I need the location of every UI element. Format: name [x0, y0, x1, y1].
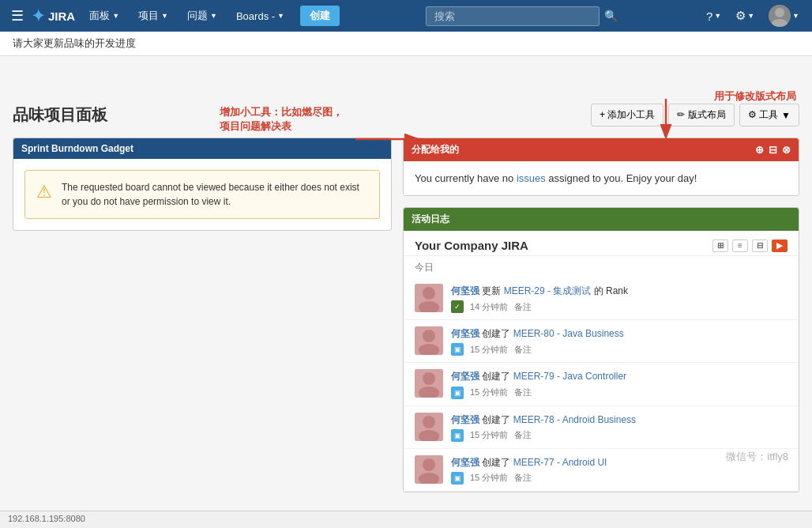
user-avatar-button[interactable]: ▼	[762, 0, 806, 32]
activity-date: 今日	[404, 256, 799, 277]
help-button[interactable]: ? ▼	[700, 0, 727, 32]
left-column: Sprint Burndown Gadget ⚠ The requested b…	[13, 138, 392, 503]
avatar	[415, 455, 443, 484]
issue-link[interactable]: MEER-80 - Java Business	[513, 328, 624, 339]
author-link[interactable]: 何坚强	[451, 414, 479, 425]
activity-meta: ▣ 15 分钟前 备注	[451, 387, 788, 399]
avatar	[769, 5, 791, 27]
activity-time: 15 分钟前	[470, 429, 508, 441]
sprint-burndown-title: Sprint Burndown Gadget	[21, 143, 133, 154]
check-icon: ✓	[451, 300, 464, 313]
nav-logo[interactable]: ✦ JIRA	[32, 6, 75, 25]
issue-link[interactable]: MEER-79 - Java Controller	[513, 371, 626, 382]
hamburger-icon[interactable]: ☰	[6, 7, 28, 25]
search-icon[interactable]: 🔍	[604, 9, 618, 22]
nav-right: ? ▼ ⚙ ▼ ▼	[700, 0, 806, 32]
warning-icon: ⚠	[36, 182, 52, 202]
activity-meta: ▣ 15 分钟前 备注	[451, 472, 788, 485]
chevron-down-icon: ▼	[277, 12, 284, 20]
svg-point-1	[772, 19, 788, 27]
issue-type-icon: ▣	[451, 472, 464, 485]
avatar	[415, 413, 443, 441]
annotation-layout: 用于修改版式布局	[714, 89, 796, 104]
comment-link[interactable]: 备注	[514, 344, 532, 356]
comment-link[interactable]: 备注	[514, 387, 532, 398]
close-icon[interactable]: ⊗	[782, 144, 791, 156]
status-url: 192.168.1.195:8080	[8, 514, 85, 523]
activity-item: 何坚强 更新 MEER-29 - 集成测试 的 Rank ✓ 14 分钟前 备注	[404, 277, 799, 320]
jira-logo-icon: ✦	[32, 6, 45, 25]
sprint-burndown-body: ⚠ The requested board cannot be viewed b…	[13, 159, 391, 230]
comment-link[interactable]: 备注	[514, 301, 532, 313]
assigned-to-me-panel: 分配给我的 ⊕ ⊟ ⊗ You currently have no issues…	[403, 138, 799, 196]
activity-view-icons: ⊞ ≡ ⊟ ▶	[712, 239, 788, 252]
search-input[interactable]	[426, 6, 600, 26]
activity-company-header: Your Company JIRA ⊞ ≡ ⊟ ▶	[404, 231, 799, 256]
activity-log-title: 活动日志	[412, 213, 449, 226]
settings-button[interactable]: ⚙ ▼	[729, 0, 761, 32]
nav-logo-text: JIRA	[48, 9, 75, 23]
activity-time: 15 分钟前	[470, 472, 508, 484]
activity-text: 何坚强 创建了 MEER-79 - Java Controller	[451, 369, 788, 384]
avatar	[415, 369, 443, 398]
table-icon[interactable]: ⊟	[752, 239, 768, 252]
svg-point-16	[423, 416, 435, 428]
expand-icon[interactable]: ⊕	[755, 144, 764, 156]
activity-time: 15 分钟前	[470, 344, 508, 356]
comment-link[interactable]: 备注	[514, 429, 532, 441]
annotation-arrow-2	[654, 99, 678, 138]
minimize-icon[interactable]: ⊟	[769, 144, 777, 156]
tools-button[interactable]: ⚙ 工具 ▼	[739, 104, 799, 126]
activity-meta: ✓ 14 分钟前 备注	[451, 300, 788, 313]
chevron-down-icon: ▼	[714, 12, 721, 20]
activity-detail: 何坚强 创建了 MEER-80 - Java Business ▣ 15 分钟前…	[451, 326, 788, 356]
issue-link[interactable]: MEER-77 - Android UI	[513, 457, 607, 468]
issue-type-icon: ▣	[451, 387, 464, 399]
author-link[interactable]: 何坚强	[451, 457, 479, 468]
assigned-text-suffix: assigned to you. Enjoy your day!	[546, 172, 697, 184]
nav-item-board[interactable]: 面板 ▼	[81, 0, 127, 32]
issue-type-icon: ▣	[451, 343, 464, 356]
help-icon: ?	[706, 9, 712, 23]
activity-log-header: 活动日志	[404, 208, 799, 231]
nav-item-issue[interactable]: 问题 ▼	[179, 0, 225, 32]
issue-link[interactable]: MEER-78 - Android Business	[513, 414, 636, 425]
author-link[interactable]: 何坚强	[451, 371, 479, 382]
search-area: 🔍	[348, 6, 697, 26]
activity-text: 何坚强 创建了 MEER-78 - Android Business	[451, 413, 788, 428]
announcement-text: 请大家更新品味的开发进度	[13, 37, 136, 49]
author-link[interactable]: 何坚强	[451, 285, 479, 296]
page-content: 增加小工具：比如燃尽图，项目问题解决表 用于修改版式布局 品味项目面板 + 添加…	[0, 56, 812, 511]
assigned-header-icons: ⊕ ⊟ ⊗	[755, 144, 791, 156]
issues-link[interactable]: issues	[517, 172, 546, 184]
sprint-burndown-header: Sprint Burndown Gadget	[13, 138, 391, 159]
page-title: 品味项目面板	[13, 104, 107, 126]
activity-item: 何坚强 创建了 MEER-80 - Java Business ▣ 15 分钟前…	[404, 320, 799, 363]
nav-item-project[interactable]: 项目 ▼	[130, 0, 176, 32]
avatar	[415, 284, 443, 312]
page-header: 品味项目面板 + 添加小工具 ✏ 版式布局 ⚙ 工具 ▼	[13, 104, 799, 126]
error-box: ⚠ The requested board cannot be viewed b…	[24, 170, 380, 219]
activity-time: 14 分钟前	[470, 301, 508, 313]
nav-item-boards[interactable]: Boards - ▼	[228, 0, 292, 32]
annotation-arrow-1	[355, 127, 427, 151]
activity-detail: 何坚强 创建了 MEER-79 - Java Controller ▣ 15 分…	[451, 369, 788, 398]
rss-icon[interactable]: ▶	[772, 239, 788, 252]
chevron-down-icon: ▼	[792, 12, 799, 20]
author-link[interactable]: 何坚强	[451, 328, 479, 339]
issue-link[interactable]: MEER-29 - 集成测试	[504, 285, 592, 296]
status-bar: 192.168.1.195:8080	[0, 511, 812, 528]
announcement-bar: 请大家更新品味的开发进度	[0, 32, 812, 56]
right-column: 分配给我的 ⊕ ⊟ ⊗ You currently have no issues…	[403, 138, 799, 503]
grid-icon[interactable]: ⊞	[712, 239, 728, 252]
error-text: The requested board cannot be viewed bec…	[62, 180, 368, 209]
list-icon[interactable]: ≡	[732, 239, 748, 252]
layout-button[interactable]: ✏ 版式布局	[668, 104, 734, 126]
svg-point-0	[775, 8, 784, 17]
gear-icon: ⚙	[735, 9, 746, 23]
add-gadget-button[interactable]: + 添加小工具	[591, 104, 664, 126]
activity-meta: ▣ 15 分钟前 备注	[451, 429, 788, 442]
create-button[interactable]: 创建	[300, 6, 340, 26]
comment-link[interactable]: 备注	[514, 472, 532, 484]
activity-text: 何坚强 更新 MEER-29 - 集成测试 的 Rank	[451, 284, 788, 299]
